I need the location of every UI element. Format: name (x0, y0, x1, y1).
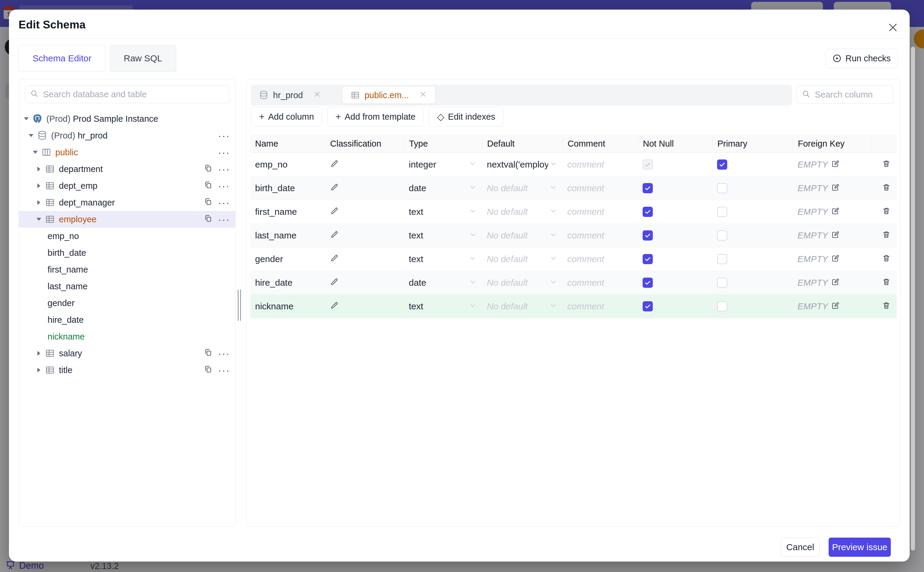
column-name[interactable]: emp_no (255, 159, 287, 169)
not-null-checkbox[interactable] (643, 183, 653, 193)
caret-down-icon[interactable] (32, 151, 39, 154)
delete-column-icon[interactable] (882, 159, 891, 170)
caret-right-icon[interactable] (36, 183, 42, 188)
tree-item-department[interactable]: department··· (19, 161, 235, 177)
column-name[interactable]: nickname (255, 301, 293, 311)
tree-item-last_name[interactable]: last_name (19, 278, 235, 295)
tab-raw-sql[interactable]: Raw SQL (110, 45, 176, 72)
comment-input[interactable]: comment (567, 301, 604, 311)
edit-foreign-key-icon[interactable] (831, 159, 840, 170)
copy-icon[interactable] (204, 180, 212, 191)
caret-down-icon[interactable] (23, 117, 29, 120)
copy-icon[interactable] (204, 197, 212, 208)
more-options-icon[interactable]: ··· (218, 350, 230, 356)
tree-search-input[interactable] (42, 89, 224, 99)
pencil-icon[interactable] (330, 277, 339, 288)
comment-input[interactable]: comment (567, 207, 604, 217)
more-options-icon[interactable]: ··· (218, 367, 230, 373)
copy-icon[interactable] (204, 214, 212, 225)
primary-checkbox[interactable] (717, 159, 727, 169)
panel-resize-handle[interactable] (238, 289, 242, 321)
more-options-icon[interactable]: ··· (218, 199, 230, 205)
default-cell[interactable]: No default (482, 207, 563, 217)
comment-input[interactable]: comment (567, 183, 604, 193)
editor-tab-public-em-[interactable]: public.em... (343, 87, 435, 104)
close-tab-icon[interactable] (313, 90, 321, 101)
close-icon[interactable] (886, 21, 899, 34)
not-null-checkbox[interactable] (643, 207, 653, 217)
default-cell[interactable]: No default (482, 301, 563, 311)
tree-item-public[interactable]: public··· (19, 144, 235, 161)
delete-column-icon[interactable] (882, 183, 891, 194)
type-cell[interactable]: text (404, 254, 482, 264)
copy-icon[interactable] (204, 365, 212, 376)
delete-column-icon[interactable] (882, 254, 891, 265)
primary-checkbox[interactable] (717, 230, 727, 241)
more-options-icon[interactable]: ··· (218, 149, 230, 155)
not-null-checkbox[interactable] (643, 301, 653, 311)
more-options-icon[interactable]: ··· (218, 216, 230, 222)
primary-checkbox[interactable] (717, 207, 727, 217)
cancel-button[interactable]: Cancel (781, 538, 820, 557)
type-cell[interactable]: text (404, 207, 482, 217)
tree-item-hr_prod[interactable]: (Prod) hr_prod··· (19, 127, 235, 144)
tree-item-birth_date[interactable]: birth_date (19, 244, 235, 261)
tree-item-nickname[interactable]: nickname (19, 328, 235, 345)
default-cell[interactable]: No default (482, 183, 563, 193)
caret-down-icon[interactable] (28, 134, 34, 137)
column-name[interactable]: birth_date (255, 183, 295, 193)
tree-item-first_name[interactable]: first_name (19, 261, 235, 278)
type-cell[interactable]: integer (404, 159, 482, 169)
pencil-icon[interactable] (330, 230, 339, 241)
column-name[interactable]: first_name (255, 207, 297, 217)
tab-schema-editor[interactable]: Schema Editor (19, 45, 105, 72)
column-name[interactable]: hire_date (255, 278, 293, 288)
default-cell[interactable]: No default (482, 254, 563, 264)
add-from-template-button[interactable]: +Add from template (327, 107, 424, 127)
copy-icon[interactable] (204, 348, 212, 359)
tree-item-hire_date[interactable]: hire_date (19, 311, 235, 328)
primary-checkbox[interactable] (717, 301, 727, 311)
edit-foreign-key-icon[interactable] (831, 230, 840, 241)
comment-input[interactable]: comment (567, 278, 604, 288)
tree-item-prod sample instance[interactable]: (Prod) Prod Sample Instance (19, 110, 235, 127)
edit-foreign-key-icon[interactable] (831, 301, 840, 312)
type-cell[interactable]: date (404, 183, 482, 193)
tree-item-title[interactable]: title··· (19, 362, 235, 378)
not-null-checkbox[interactable] (643, 254, 653, 264)
tree-item-gender[interactable]: gender (19, 295, 235, 311)
edit-indexes-button[interactable]: ◇Edit indexes (429, 107, 503, 127)
caret-right-icon[interactable] (36, 351, 42, 356)
type-cell[interactable]: text (404, 301, 482, 311)
edit-foreign-key-icon[interactable] (831, 277, 840, 288)
primary-checkbox[interactable] (717, 183, 727, 193)
delete-column-icon[interactable] (882, 277, 891, 288)
delete-column-icon[interactable] (882, 301, 891, 312)
type-cell[interactable]: text (404, 230, 482, 241)
primary-checkbox[interactable] (717, 254, 727, 264)
caret-down-icon[interactable] (36, 218, 42, 221)
caret-right-icon[interactable] (36, 200, 42, 205)
delete-column-icon[interactable] (882, 207, 891, 218)
pencil-icon[interactable] (330, 159, 339, 170)
caret-right-icon[interactable] (36, 368, 42, 373)
edit-foreign-key-icon[interactable] (831, 207, 840, 218)
default-cell[interactable]: No default (482, 230, 563, 241)
comment-input[interactable]: comment (567, 230, 604, 241)
edit-foreign-key-icon[interactable] (831, 183, 840, 194)
tree-item-emp_no[interactable]: emp_no (19, 228, 235, 244)
preview-issue-button[interactable]: Preview issue (829, 538, 891, 557)
default-cell[interactable]: nextval('employ (482, 159, 563, 169)
edit-foreign-key-icon[interactable] (831, 254, 840, 265)
scrollbar[interactable] (911, 47, 915, 550)
column-name[interactable]: last_name (255, 230, 296, 241)
not-null-checkbox[interactable] (643, 230, 653, 241)
add-column-button[interactable]: +Add column (251, 107, 322, 127)
pencil-icon[interactable] (330, 207, 339, 218)
comment-input[interactable]: comment (567, 159, 604, 169)
pencil-icon[interactable] (330, 254, 339, 265)
column-search-input[interactable] (814, 89, 888, 100)
caret-right-icon[interactable] (36, 166, 42, 171)
primary-checkbox[interactable] (717, 278, 727, 288)
delete-column-icon[interactable] (882, 230, 891, 241)
